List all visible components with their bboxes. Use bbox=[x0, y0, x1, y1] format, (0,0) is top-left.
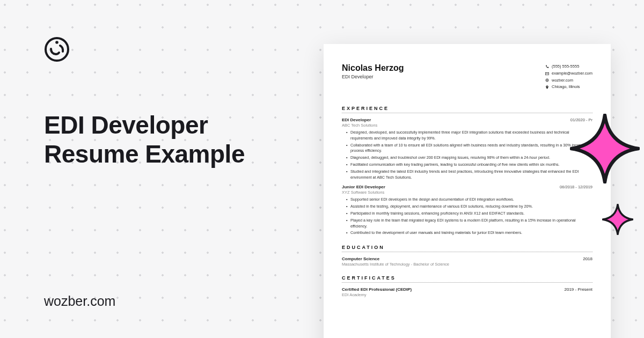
job-bullets: Designed, developed, and successfully im… bbox=[342, 130, 592, 180]
resume-role: EDI Developer bbox=[342, 74, 404, 79]
contact-location: Chicago, Illinois bbox=[545, 84, 592, 91]
job-company: XYZ Software Solutions bbox=[342, 190, 592, 195]
certificate-date: 2019 - Present bbox=[565, 287, 592, 292]
resume-header: Nicolas Herzog EDI Developer (555) 555-5… bbox=[342, 63, 592, 91]
web-icon bbox=[545, 78, 549, 82]
phone-text: (555) 555-5555 bbox=[552, 63, 579, 70]
bullet: Played a key role in the team that migra… bbox=[346, 218, 592, 230]
resume-preview: Nicolas Herzog EDI Developer (555) 555-5… bbox=[324, 44, 611, 338]
left-panel: EDI Developer Resume Example bbox=[44, 36, 312, 169]
education-heading: EDUCATION bbox=[342, 245, 592, 252]
education-year: 2018 bbox=[583, 256, 592, 261]
bullet: Facilitated communication with key tradi… bbox=[346, 162, 592, 168]
certificate-row: Certified EDI Professional (CEDIP) 2019 … bbox=[342, 287, 592, 292]
bullet: Diagnosed, debugged, and troubleshot ove… bbox=[346, 155, 592, 161]
contact-phone: (555) 555-5555 bbox=[545, 63, 592, 70]
bullet: Supported senior EDI developers in the d… bbox=[346, 197, 592, 203]
sparkle-icon bbox=[570, 114, 640, 183]
location-text: Chicago, Illinois bbox=[552, 84, 580, 91]
bullet: Designed, developed, and successfully im… bbox=[346, 130, 592, 142]
education-title: Computer Science bbox=[342, 256, 379, 261]
job-company: ABC Tech Solutions bbox=[342, 123, 592, 128]
job-block: EDI Developer 01/2020 - Pr ABC Tech Solu… bbox=[342, 117, 592, 180]
job-title: EDI Developer bbox=[342, 117, 371, 122]
wozber-logo-icon bbox=[44, 36, 70, 62]
job-block: Junior EDI Developer 06/2018 - 12/2019 X… bbox=[342, 185, 592, 236]
resume-name: Nicolas Herzog bbox=[342, 63, 404, 73]
bullet: Assisted in the testing, deployment, and… bbox=[346, 204, 592, 210]
site-label: wozber.com bbox=[44, 293, 115, 309]
bullet: Contributed to the development of user m… bbox=[346, 230, 592, 236]
location-icon bbox=[545, 85, 549, 89]
job-head: EDI Developer 01/2020 - Pr bbox=[342, 117, 592, 122]
sparkle-icon bbox=[602, 204, 633, 235]
bullet: Participated in monthly training session… bbox=[346, 211, 592, 217]
job-title: Junior EDI Developer bbox=[342, 185, 385, 189]
education-sub: Massachusetts Institute of Technology - … bbox=[342, 262, 592, 267]
phone-icon bbox=[545, 65, 549, 69]
certificates-heading: CERTIFICATES bbox=[342, 275, 592, 283]
svg-point-1 bbox=[55, 41, 58, 44]
job-date: 06/2018 - 12/2019 bbox=[560, 185, 592, 189]
page-title: EDI Developer Resume Example bbox=[44, 111, 312, 169]
contact-web: wozber.com bbox=[545, 77, 592, 84]
bullet: Collaborated with a team of 10 to ensure… bbox=[346, 143, 592, 155]
title-line-1: EDI Developer bbox=[44, 111, 208, 139]
bullet: Studied and integrated the latest EDI in… bbox=[346, 169, 592, 181]
title-line-2: Resume Example bbox=[44, 140, 245, 168]
email-text: example@wozber.com bbox=[552, 70, 592, 77]
email-icon bbox=[545, 72, 549, 76]
identity: Nicolas Herzog EDI Developer bbox=[342, 63, 404, 91]
certificate-sub: EDI Academy bbox=[342, 292, 592, 297]
job-head: Junior EDI Developer 06/2018 - 12/2019 bbox=[342, 185, 592, 189]
job-bullets: Supported senior EDI developers in the d… bbox=[342, 197, 592, 236]
contact-list: (555) 555-5555 example@wozber.com wozber… bbox=[545, 63, 592, 91]
contact-email: example@wozber.com bbox=[545, 70, 592, 77]
web-text: wozber.com bbox=[552, 77, 573, 84]
certificate-title: Certified EDI Professional (CEDIP) bbox=[342, 287, 412, 292]
education-row: Computer Science 2018 bbox=[342, 256, 592, 261]
experience-heading: EXPERIENCE bbox=[342, 106, 592, 113]
